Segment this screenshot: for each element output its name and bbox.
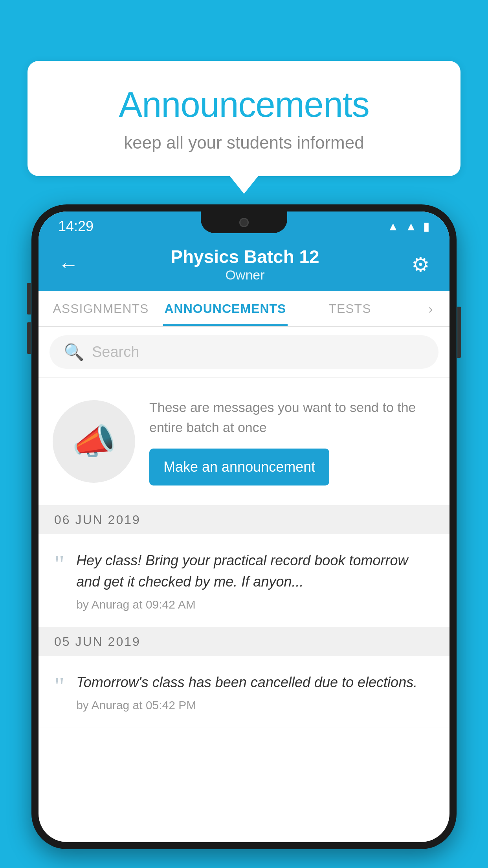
date-divider-1: 06 JUN 2019	[39, 506, 449, 534]
announcement-text-1: Hey class! Bring your practical record b…	[76, 550, 434, 592]
phone-container: 14:29 ▲ ▲ ▮ ← Physics Batch 12 Owner ⚙	[31, 204, 457, 868]
tab-announcements[interactable]: ANNOUNCEMENTS	[163, 291, 288, 326]
announcement-content-2: Tomorrow's class has been cancelled due …	[76, 672, 434, 712]
tabs-container: ASSIGNMENTS ANNOUNCEMENTS TESTS ›	[39, 291, 449, 327]
announcement-promo: 📣 These are messages you want to send to…	[39, 378, 449, 506]
wifi-icon: ▲	[387, 220, 399, 233]
search-icon: 🔍	[64, 342, 84, 362]
side-btn-left	[27, 283, 31, 314]
announcement-meta-2: by Anurag at 05:42 PM	[76, 699, 434, 712]
bubble-title: Announcements	[59, 85, 429, 125]
date-text-2: 05 JUN 2019	[54, 634, 141, 649]
quote-icon-1: "	[54, 552, 64, 577]
announcement-item-1[interactable]: " Hey class! Bring your practical record…	[39, 534, 449, 627]
announcement-text-2: Tomorrow's class has been cancelled due …	[76, 672, 434, 693]
side-btn-right	[457, 307, 461, 358]
promo-description: These are messages you want to send to t…	[149, 397, 435, 438]
announcement-content-1: Hey class! Bring your practical record b…	[76, 550, 434, 611]
tab-tests[interactable]: TESTS	[288, 291, 412, 326]
phone-notch	[201, 211, 287, 233]
search-bar[interactable]: 🔍 Search	[50, 335, 438, 369]
speech-bubble-container: Announcements keep all your students inf…	[28, 61, 460, 176]
bubble-subtitle: keep all your students informed	[59, 133, 429, 153]
speech-bubble: Announcements keep all your students inf…	[28, 61, 460, 176]
back-button[interactable]: ←	[58, 253, 79, 276]
announcement-meta-1: by Anurag at 09:42 AM	[76, 598, 434, 611]
app-header: ← Physics Batch 12 Owner ⚙	[39, 239, 449, 291]
header-center: Physics Batch 12 Owner	[171, 246, 319, 283]
tab-more[interactable]: ›	[412, 291, 449, 326]
date-divider-2: 05 JUN 2019	[39, 627, 449, 656]
announcement-item-2[interactable]: " Tomorrow's class has been cancelled du…	[39, 656, 449, 728]
camera-dot	[239, 218, 249, 227]
signal-icon: ▲	[405, 220, 417, 233]
promo-icon-circle: 📣	[53, 400, 135, 483]
header-title: Physics Batch 12	[171, 246, 319, 267]
side-btn-left-2	[27, 322, 31, 354]
make-announcement-button[interactable]: Make an announcement	[149, 449, 329, 485]
quote-icon-2: "	[54, 674, 64, 699]
battery-icon: ▮	[423, 219, 430, 233]
status-time: 14:29	[58, 216, 94, 235]
status-icons: ▲ ▲ ▮	[387, 217, 430, 233]
search-container: 🔍 Search	[39, 327, 449, 378]
search-placeholder: Search	[92, 344, 139, 360]
tab-assignments[interactable]: ASSIGNMENTS	[39, 291, 163, 326]
megaphone-icon: 📣	[72, 421, 116, 462]
phone-screen: 14:29 ▲ ▲ ▮ ← Physics Batch 12 Owner ⚙	[39, 211, 449, 842]
gear-icon[interactable]: ⚙	[411, 253, 430, 276]
phone-frame: 14:29 ▲ ▲ ▮ ← Physics Batch 12 Owner ⚙	[31, 204, 457, 849]
header-subtitle: Owner	[171, 267, 319, 283]
date-text-1: 06 JUN 2019	[54, 513, 141, 527]
promo-right: These are messages you want to send to t…	[149, 397, 435, 485]
